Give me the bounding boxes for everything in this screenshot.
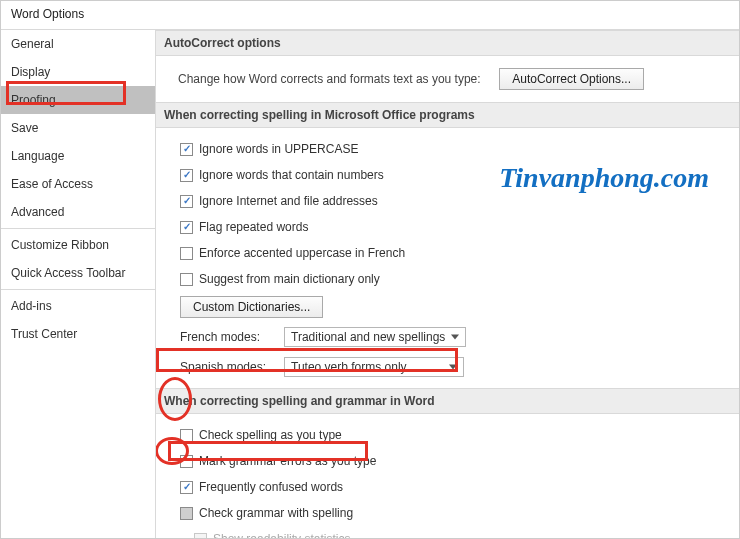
section-office-spelling: When correcting spelling in Microsoft Of… bbox=[156, 102, 739, 128]
window-title: Word Options bbox=[1, 1, 739, 29]
checkbox-label: Check grammar with spelling bbox=[199, 506, 353, 520]
options-content: AutoCorrect options Change how Word corr… bbox=[156, 29, 739, 538]
office-check-3[interactable]: Flag repeated words bbox=[180, 218, 308, 236]
nav-item-proofing[interactable]: Proofing bbox=[1, 86, 155, 114]
checkbox-label: Show readability statistics bbox=[213, 532, 350, 538]
checkbox-label: Enforce accented uppercase in French bbox=[199, 246, 405, 260]
french-modes-label: French modes: bbox=[180, 330, 274, 344]
word-check-4: Show readability statistics bbox=[194, 530, 350, 538]
nav-item-ease-of-access[interactable]: Ease of Access bbox=[1, 170, 155, 198]
checkbox-icon bbox=[180, 507, 193, 520]
section-autocorrect: AutoCorrect options bbox=[156, 30, 739, 56]
checkbox-icon bbox=[180, 481, 193, 494]
word-check-1[interactable]: Mark grammar errors as you type bbox=[180, 452, 376, 470]
checkbox-icon bbox=[180, 143, 193, 156]
office-check-2[interactable]: Ignore Internet and file addresses bbox=[180, 192, 378, 210]
nav-item-display[interactable]: Display bbox=[1, 58, 155, 86]
nav-item-quick-access-toolbar[interactable]: Quick Access Toolbar bbox=[1, 259, 155, 287]
checkbox-icon bbox=[180, 429, 193, 442]
office-check-1[interactable]: Ignore words that contain numbers bbox=[180, 166, 384, 184]
word-check-3[interactable]: Check grammar with spelling bbox=[180, 504, 353, 522]
custom-dictionaries-button[interactable]: Custom Dictionaries... bbox=[180, 296, 323, 318]
checkbox-icon bbox=[180, 455, 193, 468]
nav-item-add-ins[interactable]: Add-ins bbox=[1, 292, 155, 320]
office-check-0[interactable]: Ignore words in UPPERCASE bbox=[180, 140, 358, 158]
checkbox-icon bbox=[180, 221, 193, 234]
office-check-4[interactable]: Enforce accented uppercase in French bbox=[180, 244, 405, 262]
checkbox-icon bbox=[180, 247, 193, 260]
checkbox-label: Ignore words in UPPERCASE bbox=[199, 142, 358, 156]
spanish-modes-label: Spanish modes: bbox=[180, 360, 274, 374]
french-modes-select[interactable]: Traditional and new spellings bbox=[284, 327, 466, 347]
checkbox-label: Ignore words that contain numbers bbox=[199, 168, 384, 182]
checkbox-label: Flag repeated words bbox=[199, 220, 308, 234]
autocorrect-desc: Change how Word corrects and formats tex… bbox=[178, 72, 481, 86]
checkbox-icon bbox=[180, 169, 193, 182]
options-nav: GeneralDisplayProofingSaveLanguageEase o… bbox=[1, 29, 156, 538]
checkbox-label: Ignore Internet and file addresses bbox=[199, 194, 378, 208]
nav-item-advanced[interactable]: Advanced bbox=[1, 198, 155, 226]
checkbox-label: Frequently confused words bbox=[199, 480, 343, 494]
autocorrect-options-button[interactable]: AutoCorrect Options... bbox=[499, 68, 644, 90]
word-check-2[interactable]: Frequently confused words bbox=[180, 478, 343, 496]
checkbox-label: Check spelling as you type bbox=[199, 428, 342, 442]
checkbox-label: Suggest from main dictionary only bbox=[199, 272, 380, 286]
nav-item-customize-ribbon[interactable]: Customize Ribbon bbox=[1, 231, 155, 259]
spanish-modes-select[interactable]: Tuteo verb forms only bbox=[284, 357, 464, 377]
word-check-0[interactable]: Check spelling as you type bbox=[180, 426, 342, 444]
checkbox-label: Mark grammar errors as you type bbox=[199, 454, 376, 468]
section-word-grammar: When correcting spelling and grammar in … bbox=[156, 388, 739, 414]
office-check-5[interactable]: Suggest from main dictionary only bbox=[180, 270, 380, 288]
nav-item-trust-center[interactable]: Trust Center bbox=[1, 320, 155, 348]
nav-item-general[interactable]: General bbox=[1, 30, 155, 58]
checkbox-icon bbox=[180, 195, 193, 208]
nav-item-save[interactable]: Save bbox=[1, 114, 155, 142]
checkbox-icon bbox=[194, 533, 207, 539]
checkbox-icon bbox=[180, 273, 193, 286]
nav-item-language[interactable]: Language bbox=[1, 142, 155, 170]
